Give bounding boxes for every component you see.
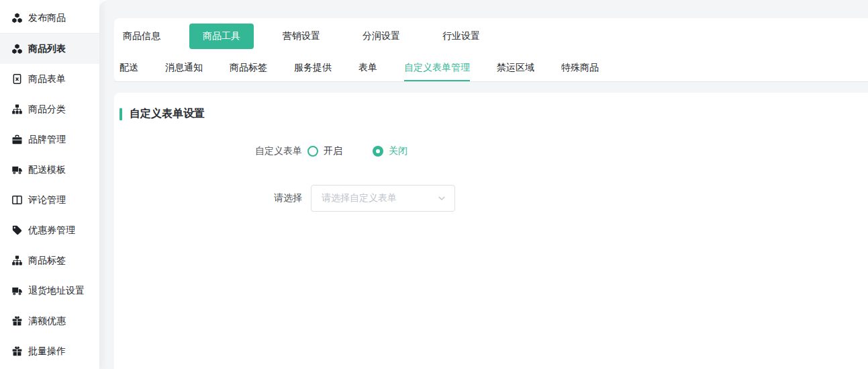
sidebar-item-label: 优惠券管理 [28, 224, 75, 237]
subtab-product-tags[interactable]: 商品标签 [230, 54, 267, 81]
sidebar-item-batch-operation[interactable]: 批量操作 [0, 336, 99, 366]
subtab-service-provide[interactable]: 服务提供 [294, 54, 332, 81]
gift-icon [11, 346, 22, 357]
subtab-custom-form-management[interactable]: 自定义表单管理 [404, 54, 470, 81]
sidebar-item-return-address[interactable]: 退货地址设置 [0, 276, 99, 306]
secondary-tab-bar: 配送 消息通知 商品标签 服务提供 表单 自定义表单管理 禁运区域 特殊商品 [114, 54, 868, 82]
select-label: 请选择 [114, 192, 302, 204]
primary-tab-bar: 商品信息 商品工具 营销设置 分润设置 行业设置 [114, 18, 868, 54]
subtab-form[interactable]: 表单 [358, 54, 377, 81]
section-title-text: 自定义表单设置 [130, 107, 205, 121]
tab-marketing-settings[interactable]: 营销设置 [283, 30, 320, 42]
truck-icon [11, 165, 22, 175]
sidebar-item-brand-management[interactable]: 品牌管理 [0, 124, 99, 155]
radio-circle-icon [307, 146, 318, 157]
sitemap-icon [11, 255, 22, 266]
custom-form-settings-form: 自定义表单 开启 关闭 请选择 [114, 145, 868, 212]
sidebar-item-full-discount[interactable]: 满额优惠 [0, 306, 99, 336]
select-placeholder: 请选择自定义表单 [322, 192, 397, 204]
tab-profit-settings[interactable]: 分润设置 [363, 30, 400, 42]
file-excel-icon [11, 74, 22, 85]
briefcase-icon [11, 134, 22, 145]
sidebar-item-label: 品牌管理 [28, 134, 66, 146]
tabs-card: 商品信息 商品工具 营销设置 分润设置 行业设置 配送 消息通知 商品标签 服务… [114, 18, 868, 82]
chevron-down-icon [438, 194, 446, 202]
tab-industry-settings[interactable]: 行业设置 [442, 30, 480, 42]
subtab-shipping[interactable]: 配送 [119, 54, 138, 81]
subtab-embargo-area[interactable]: 禁运区域 [497, 54, 534, 81]
sidebar-item-product-form[interactable]: 商品表单 [0, 64, 99, 94]
truck-icon [11, 286, 22, 296]
tag-icon [11, 225, 22, 236]
sidebar-item-label: 商品标签 [28, 255, 66, 267]
sidebar-item-label: 评论管理 [28, 194, 66, 206]
sidebar-item-label: 商品表单 [28, 73, 66, 85]
product-admin-page: 发布商品 商品列表 商品表单 商品分类 品牌管理 [0, 0, 868, 369]
sidebar-item-label: 退货地址设置 [28, 285, 85, 297]
content-card: 自定义表单设置 自定义表单 开启 关闭 [114, 93, 868, 369]
sidebar-item-label: 商品列表 [28, 43, 66, 55]
main-area: 商品信息 商品工具 营销设置 分润设置 行业设置 配送 消息通知 商品标签 服务… [99, 0, 868, 369]
radio-on-label: 开启 [324, 145, 342, 157]
sidebar-item-shipping-template[interactable]: 配送模板 [0, 155, 99, 185]
custom-form-select[interactable]: 请选择自定义表单 [311, 185, 455, 212]
tab-product-tools[interactable]: 商品工具 [189, 24, 254, 49]
title-accent-bar [119, 108, 122, 120]
radio-on[interactable]: 开启 [307, 145, 342, 157]
cubes-icon [11, 44, 22, 54]
gift-icon [11, 316, 22, 327]
radio-off[interactable]: 关闭 [373, 145, 407, 157]
subtab-message-notify[interactable]: 消息通知 [165, 54, 203, 81]
subtab-special-product[interactable]: 特殊商品 [561, 54, 599, 81]
tab-product-info[interactable]: 商品信息 [123, 30, 160, 42]
sidebar-item-label: 批量操作 [28, 345, 66, 358]
cubes-icon [11, 13, 22, 24]
custom-form-toggle-row: 自定义表单 开启 关闭 [114, 145, 868, 157]
sidebar-item-product-list[interactable]: 商品列表 [0, 34, 99, 64]
sidebar-item-label: 发布商品 [28, 12, 66, 24]
sidebar-item-coupon-management[interactable]: 优惠券管理 [0, 215, 99, 245]
sidebar-item-product-category[interactable]: 商品分类 [0, 94, 99, 124]
custom-form-radio-group: 开启 关闭 [307, 145, 407, 157]
sidebar: 发布商品 商品列表 商品表单 商品分类 品牌管理 [0, 0, 99, 369]
radio-circle-icon [373, 146, 383, 157]
sidebar-item-label: 商品分类 [28, 104, 66, 116]
sidebar-item-product-tags[interactable]: 商品标签 [0, 245, 99, 276]
custom-form-label: 自定义表单 [114, 145, 302, 157]
sitemap-icon [11, 104, 22, 115]
sidebar-item-review-management[interactable]: 评论管理 [0, 185, 99, 215]
section-title: 自定义表单设置 [119, 107, 868, 121]
columns-icon [11, 195, 22, 206]
sidebar-item-label: 配送模板 [28, 164, 66, 176]
radio-off-label: 关闭 [389, 145, 407, 157]
sidebar-item-label: 满额优惠 [28, 315, 66, 327]
sidebar-item-publish-product[interactable]: 发布商品 [0, 3, 99, 33]
custom-form-select-row: 请选择 请选择自定义表单 [114, 185, 868, 212]
